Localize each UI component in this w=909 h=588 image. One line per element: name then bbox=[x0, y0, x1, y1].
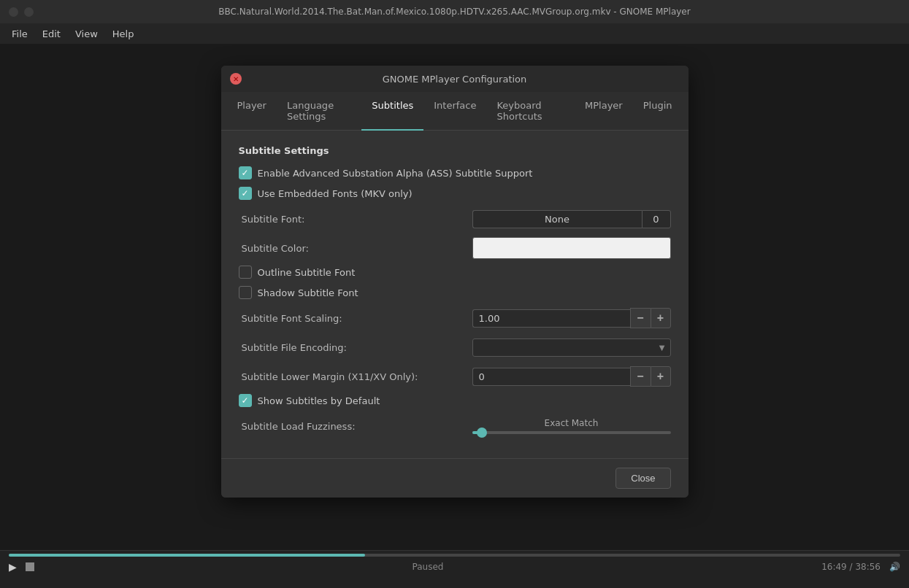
encoding-label: Subtitle File Encoding: bbox=[239, 342, 472, 353]
font-size[interactable]: 0 bbox=[642, 210, 671, 228]
color-label: Subtitle Color: bbox=[239, 243, 472, 254]
dialog-titlebar: ✕ GNOME MPlayer Configuration bbox=[221, 66, 689, 92]
color-row: Subtitle Color: bbox=[239, 236, 671, 260]
checkbox-row-shadow: Shadow Subtitle Font bbox=[239, 286, 671, 299]
close-window-button[interactable] bbox=[9, 7, 18, 17]
scaling-increase-button[interactable]: + bbox=[651, 308, 671, 328]
tab-mplayer[interactable]: MPlayer bbox=[575, 93, 633, 131]
checkbox-row-show-default: Show Subtitles by Default bbox=[239, 394, 671, 407]
checkbox-row-outline: Outline Subtitle Font bbox=[239, 266, 671, 279]
checkbox-show-default-label: Show Subtitles by Default bbox=[258, 395, 380, 406]
dialog-close-button[interactable]: ✕ bbox=[230, 73, 242, 85]
player-controls: ▶ Paused 16:49 / 38:56 🔊 bbox=[9, 561, 900, 573]
menu-view[interactable]: View bbox=[69, 26, 104, 42]
menu-edit[interactable]: Edit bbox=[37, 26, 66, 42]
scaling-label: Subtitle Font Scaling: bbox=[239, 313, 472, 324]
play-button[interactable]: ▶ bbox=[9, 561, 17, 573]
fuzziness-label: Subtitle Load Fuzziness: bbox=[239, 421, 472, 432]
fuzziness-thumb[interactable] bbox=[477, 428, 487, 438]
volume-icon[interactable]: 🔊 bbox=[889, 562, 900, 572]
section-title: Subtitle Settings bbox=[239, 145, 671, 156]
menubar: File Edit View Help bbox=[0, 23, 909, 44]
tab-subtitles[interactable]: Subtitles bbox=[361, 93, 423, 131]
font-label: Subtitle Font: bbox=[239, 214, 472, 225]
scaling-stepper: 1.00 − + bbox=[472, 308, 671, 328]
tab-plugin[interactable]: Plugin bbox=[633, 93, 683, 131]
scaling-value[interactable]: 1.00 bbox=[472, 309, 630, 328]
titlebar-buttons bbox=[9, 7, 34, 17]
status-text: Paused bbox=[43, 562, 813, 572]
margin-label: Subtitle Lower Margin (X11/XV Only): bbox=[239, 371, 472, 382]
tab-player[interactable]: Player bbox=[227, 93, 277, 131]
margin-row: Subtitle Lower Margin (X11/XV Only): 0 −… bbox=[239, 365, 671, 388]
config-dialog: ✕ GNOME MPlayer Configuration Player Lan… bbox=[221, 66, 689, 498]
checkbox-embedded-label: Use Embedded Fonts (MKV only) bbox=[258, 188, 413, 199]
encoding-row: Subtitle File Encoding: bbox=[239, 336, 671, 359]
color-control bbox=[472, 237, 671, 259]
fuzziness-row: Subtitle Load Fuzziness: Exact Match bbox=[239, 414, 671, 438]
menu-file[interactable]: File bbox=[6, 26, 34, 42]
fuzziness-slider-container: Exact Match bbox=[472, 418, 671, 434]
main-area: ✕ GNOME MPlayer Configuration Player Lan… bbox=[0, 44, 909, 588]
font-dropdown[interactable]: None bbox=[472, 210, 642, 228]
margin-decrease-button[interactable]: − bbox=[630, 366, 651, 387]
player-bar: ▶ Paused 16:49 / 38:56 🔊 bbox=[0, 550, 909, 588]
titlebar: BBC.Natural.World.2014.The.Bat.Man.of.Me… bbox=[0, 0, 909, 23]
checkbox-row-ass: Enable Advanced Substation Alpha (ASS) S… bbox=[239, 166, 671, 179]
margin-value[interactable]: 0 bbox=[472, 368, 630, 386]
fuzziness-track[interactable] bbox=[472, 431, 671, 434]
close-dialog-button[interactable]: Close bbox=[615, 468, 670, 489]
margin-increase-button[interactable]: + bbox=[651, 366, 671, 387]
encoding-select[interactable] bbox=[472, 339, 671, 357]
dialog-title: GNOME MPlayer Configuration bbox=[383, 74, 527, 85]
progress-bar[interactable] bbox=[9, 554, 900, 557]
font-row: Subtitle Font: None 0 bbox=[239, 207, 671, 231]
time-display: 16:49 / 38:56 bbox=[821, 562, 881, 572]
minimize-window-button[interactable] bbox=[24, 7, 34, 17]
tab-language[interactable]: Language Settings bbox=[277, 93, 361, 131]
menu-help[interactable]: Help bbox=[107, 26, 140, 42]
checkbox-row-embedded: Use Embedded Fonts (MKV only) bbox=[239, 187, 671, 200]
fuzziness-slider-label: Exact Match bbox=[472, 418, 671, 428]
checkbox-outline-label: Outline Subtitle Font bbox=[258, 267, 356, 278]
scaling-row: Subtitle Font Scaling: 1.00 − + bbox=[239, 306, 671, 330]
color-picker[interactable] bbox=[472, 237, 671, 259]
checkbox-embedded-fonts[interactable] bbox=[239, 187, 252, 200]
tab-interface[interactable]: Interface bbox=[423, 93, 486, 131]
encoding-select-wrapper bbox=[472, 339, 671, 357]
stop-button[interactable] bbox=[26, 562, 34, 571]
checkbox-shadow[interactable] bbox=[239, 286, 252, 299]
titlebar-title: BBC.Natural.World.2014.The.Bat.Man.of.Me… bbox=[218, 7, 690, 17]
tab-keyboard[interactable]: Keyboard Shortcuts bbox=[486, 93, 575, 131]
margin-stepper: 0 − + bbox=[472, 366, 671, 387]
dialog-footer: Close bbox=[221, 458, 689, 498]
checkbox-ass-label: Enable Advanced Substation Alpha (ASS) S… bbox=[258, 168, 533, 179]
progress-bar-fill bbox=[9, 554, 365, 557]
tab-bar: Player Language Settings Subtitles Inter… bbox=[221, 92, 689, 131]
dialog-body: Subtitle Settings Enable Advanced Substa… bbox=[221, 131, 689, 458]
checkbox-shadow-label: Shadow Subtitle Font bbox=[258, 287, 358, 298]
checkbox-show-default[interactable] bbox=[239, 394, 252, 407]
checkbox-ass[interactable] bbox=[239, 166, 252, 179]
font-control: None 0 bbox=[472, 210, 671, 228]
scaling-decrease-button[interactable]: − bbox=[630, 308, 651, 328]
checkbox-outline[interactable] bbox=[239, 266, 252, 279]
